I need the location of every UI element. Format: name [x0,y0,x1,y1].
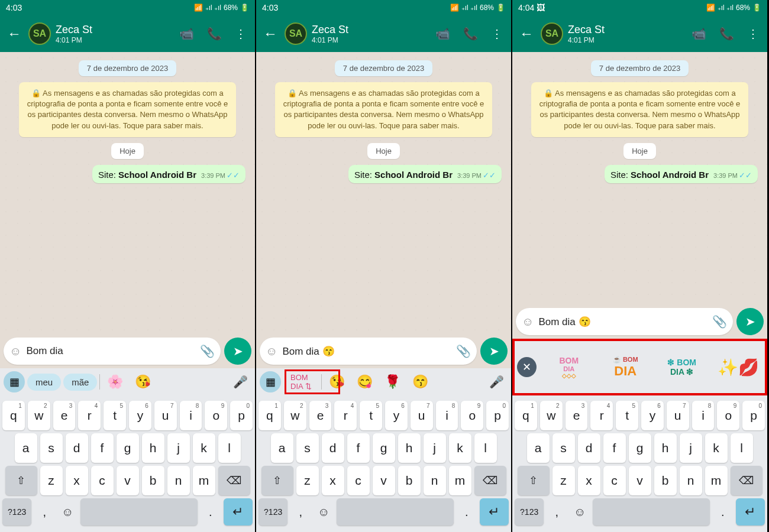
key-z[interactable]: z [40,466,63,495]
mic-icon[interactable]: 🎤 [230,372,251,391]
key-u[interactable]: u7 [411,401,433,430]
key-m[interactable]: m [449,466,471,495]
emoji-picker-icon[interactable]: ☺ [266,345,277,358]
key-e[interactable]: e3 [53,401,76,430]
more-icon[interactable]: ⋮ [491,27,503,41]
key-f[interactable]: f [347,433,370,463]
chat-area[interactable]: 7 de dezembro de 2023 🔒 As mensagens e a… [0,52,255,334]
outgoing-message[interactable]: Site: School Android Br 3:39 PM✓✓ [348,165,502,184]
key-n[interactable]: n [680,466,702,495]
chat-area[interactable]: 7 de dezembro de 2023 🔒 As mensagens e a… [512,52,767,304]
key-x[interactable]: x [66,466,88,495]
key-d[interactable]: d [66,433,88,463]
back-icon[interactable]: ← [517,23,536,44]
video-call-icon[interactable]: 📹 [692,27,706,41]
emoji-picker-icon[interactable]: ☺ [522,315,534,329]
key-s[interactable]: s [552,433,575,463]
spacebar-key[interactable] [80,498,197,525]
back-icon[interactable]: ← [261,23,280,44]
encryption-notice[interactable]: 🔒 As mensagens e as chamadas são protegi… [19,82,236,137]
message-input[interactable]: Bom dia [26,345,195,357]
encryption-notice[interactable]: 🔒 As mensagens e as chamadas são protegi… [531,82,748,137]
key-k[interactable]: k [193,433,215,463]
key-t[interactable]: t5 [104,401,126,430]
attach-icon[interactable]: 📎 [456,344,471,358]
keyboard-grid-icon[interactable]: ▦ [260,371,281,392]
key-j[interactable]: j [424,433,446,463]
key-t[interactable]: t5 [616,401,638,430]
sticker-option[interactable]: ☕ BOMDIA [601,345,650,389]
key-i[interactable]: i8 [436,401,458,430]
suggestion-word[interactable]: meu [27,374,61,391]
key-f[interactable]: f [91,433,114,463]
back-icon[interactable]: ← [5,23,24,44]
message-input-box[interactable]: ☺ Bom dia 😙 📎 [516,308,733,335]
emoji-picker-icon[interactable]: ☺ [9,345,21,358]
key-p[interactable]: p0 [230,401,253,430]
shift-key[interactable]: ⇧ [518,466,550,495]
key-x[interactable]: x [322,466,344,495]
key-a[interactable]: a [271,433,293,463]
key-o[interactable]: o9 [717,401,739,430]
key-b[interactable]: b [398,466,421,495]
key-k[interactable]: k [705,433,728,463]
key-i[interactable]: i8 [692,401,715,430]
key-y[interactable]: y6 [385,401,408,430]
suggestion-emoji[interactable]: 😘 [130,372,156,392]
suggestion-word[interactable]: mãe [63,374,97,391]
key-g[interactable]: g [117,433,139,463]
outgoing-message[interactable]: Site: School Android Br 3:39 PM✓✓ [92,165,245,184]
key-m[interactable]: m [705,466,728,495]
sticker-option[interactable]: ✨💋 [714,345,762,389]
key-r[interactable]: r4 [78,401,101,430]
sticker-option[interactable]: BOMDIA◇◇◇ [545,345,593,389]
key-y[interactable]: y6 [129,401,151,430]
more-icon[interactable]: ⋮ [747,27,759,41]
contact-block[interactable]: Zeca St 4:01 PM [56,24,175,44]
avatar[interactable]: SA [285,22,307,45]
attach-icon[interactable]: 📎 [712,314,727,329]
key-n[interactable]: n [424,466,446,495]
emoji-key[interactable]: ☺ [314,498,334,525]
key-f[interactable]: f [603,433,626,463]
key-s[interactable]: s [40,433,63,463]
contact-block[interactable]: Zeca St 4:01 PM [568,24,687,44]
enter-key[interactable]: ↵ [224,498,253,525]
outgoing-message[interactable]: Site: School Android Br 3:39 PM✓✓ [605,165,758,184]
key-z[interactable]: z [296,466,319,495]
key-p[interactable]: p0 [742,401,765,430]
key-l[interactable]: l [218,433,241,463]
video-call-icon[interactable]: 📹 [435,27,450,41]
shift-key[interactable]: ⇧ [5,466,37,495]
period-key[interactable]: . [713,498,733,525]
keyboard-grid-icon[interactable]: ▦ [4,371,25,392]
key-l[interactable]: l [731,433,753,463]
key-b[interactable]: b [142,466,164,495]
key-d[interactable]: d [322,433,344,463]
key-j[interactable]: j [167,433,190,463]
attach-icon[interactable]: 📎 [200,344,215,358]
key-l[interactable]: l [474,433,497,463]
period-key[interactable]: . [457,498,477,525]
key-u[interactable]: u7 [154,401,177,430]
sticker-suggestion[interactable]: BOMDIA ⇅ [283,369,319,394]
key-m[interactable]: m [193,466,215,495]
send-button[interactable]: ➤ [736,308,764,335]
key-o[interactable]: o9 [205,401,227,430]
avatar[interactable]: SA [28,22,51,45]
key-s[interactable]: s [296,433,319,463]
voice-call-icon[interactable]: 📞 [719,27,734,41]
key-v[interactable]: v [373,466,395,495]
key-w[interactable]: w2 [540,401,563,430]
key-r[interactable]: r4 [334,401,357,430]
key-c[interactable]: c [347,466,370,495]
suggestion-emoji[interactable]: 🌹 [380,372,405,392]
backspace-key[interactable]: ⌫ [474,466,506,495]
key-p[interactable]: p0 [486,401,509,430]
key-q[interactable]: q1 [2,401,25,430]
key-u[interactable]: u7 [667,401,689,430]
chat-area[interactable]: 7 de dezembro de 2023 🔒 As mensagens e a… [256,52,511,334]
emoji-key[interactable]: ☺ [570,498,590,525]
key-a[interactable]: a [15,433,37,463]
key-a[interactable]: a [527,433,550,463]
